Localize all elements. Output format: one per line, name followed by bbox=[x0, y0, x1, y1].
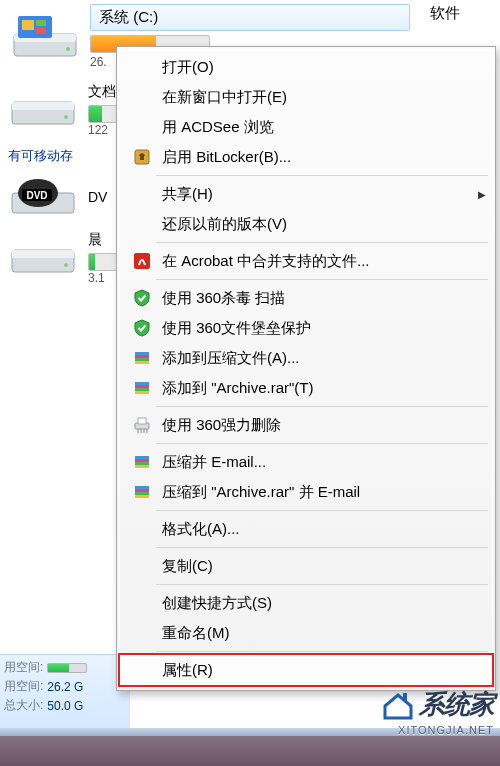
menu-item[interactable]: 使用 360杀毒 扫描 bbox=[120, 283, 492, 313]
menu-item[interactable]: 使用 360强力删除 bbox=[120, 410, 492, 440]
drive-sub: 3.1 bbox=[88, 271, 118, 285]
svg-rect-16 bbox=[12, 250, 74, 258]
menu-item[interactable]: 格式化(A)... bbox=[120, 514, 492, 544]
svg-rect-27 bbox=[135, 382, 149, 385]
svg-rect-30 bbox=[135, 391, 149, 394]
menu-item[interactable]: 添加到 "Archive.rar"(T) bbox=[120, 373, 492, 403]
blank-icon bbox=[128, 622, 156, 644]
svg-rect-47 bbox=[403, 693, 407, 701]
svg-rect-41 bbox=[135, 465, 149, 468]
svg-rect-25 bbox=[135, 361, 149, 364]
svg-rect-44 bbox=[135, 489, 149, 492]
drive-name: DV bbox=[88, 189, 107, 205]
menu-item-label: 在 Acrobat 中合并支持的文件... bbox=[156, 252, 370, 271]
svg-rect-32 bbox=[138, 418, 146, 424]
svg-point-17 bbox=[64, 263, 68, 267]
menu-item[interactable]: 压缩并 E-mail... bbox=[120, 447, 492, 477]
svg-rect-40 bbox=[135, 462, 149, 465]
svg-rect-22 bbox=[135, 352, 149, 355]
shield-green-icon bbox=[128, 317, 156, 339]
submenu-arrow-icon: ▶ bbox=[478, 189, 486, 200]
menu-separator bbox=[156, 443, 488, 444]
hdd-icon bbox=[8, 88, 78, 132]
menu-item[interactable]: 在 Acrobat 中合并支持的文件... bbox=[120, 246, 492, 276]
menu-item-label: 压缩并 E-mail... bbox=[156, 453, 266, 472]
drive-icon bbox=[10, 12, 80, 62]
menu-item-label: 属性(R) bbox=[156, 661, 213, 680]
menu-item-label: 创建快捷方式(S) bbox=[156, 594, 272, 613]
menu-item[interactable]: 添加到压缩文件(A)... bbox=[120, 343, 492, 373]
bitlocker-icon bbox=[128, 146, 156, 168]
capacity-bar bbox=[88, 253, 118, 271]
svg-text:DVD: DVD bbox=[26, 190, 47, 201]
svg-point-9 bbox=[64, 115, 68, 119]
blank-icon bbox=[128, 86, 156, 108]
drive-name: 晨 bbox=[88, 231, 118, 249]
menu-separator bbox=[156, 510, 488, 511]
menu-item[interactable]: 共享(H)▶ bbox=[120, 179, 492, 209]
svg-rect-5 bbox=[36, 20, 46, 26]
svg-rect-24 bbox=[135, 358, 149, 361]
menu-item[interactable]: 在新窗口中打开(E) bbox=[120, 82, 492, 112]
status-value: 50.0 G bbox=[47, 699, 83, 713]
svg-rect-29 bbox=[135, 388, 149, 391]
svg-rect-46 bbox=[135, 495, 149, 498]
blank-icon bbox=[128, 555, 156, 577]
dvd-icon: DVD bbox=[8, 175, 78, 219]
status-bar: 用空间: 用空间: 26.2 G 总大小: 50.0 G bbox=[0, 654, 130, 728]
menu-item-label: 使用 360强力删除 bbox=[156, 416, 281, 435]
svg-rect-38 bbox=[135, 456, 149, 459]
watermark: 系统家 XITONGJIA.NET bbox=[381, 687, 494, 722]
winrar-icon bbox=[128, 377, 156, 399]
winrar-icon bbox=[128, 451, 156, 473]
menu-item-label: 在新窗口中打开(E) bbox=[156, 88, 287, 107]
menu-separator bbox=[156, 279, 488, 280]
menu-item-label: 重命名(M) bbox=[156, 624, 230, 643]
menu-item-label: 添加到压缩文件(A)... bbox=[156, 349, 300, 368]
menu-item[interactable]: 启用 BitLocker(B)... bbox=[120, 142, 492, 172]
status-value: 26.2 G bbox=[47, 680, 83, 694]
menu-item[interactable]: 创建快捷方式(S) bbox=[120, 588, 492, 618]
drive-title: 系统 (C:) bbox=[90, 4, 410, 31]
menu-separator bbox=[156, 242, 488, 243]
menu-separator bbox=[156, 406, 488, 407]
blank-icon bbox=[128, 592, 156, 614]
svg-rect-23 bbox=[135, 355, 149, 358]
mini-capacity-bar bbox=[47, 663, 87, 673]
blank-icon bbox=[128, 116, 156, 138]
menu-item-label: 用 ACDSee 浏览 bbox=[156, 118, 274, 137]
blank-icon bbox=[128, 213, 156, 235]
status-label: 用空间: bbox=[4, 659, 43, 676]
winrar-icon bbox=[128, 481, 156, 503]
svg-point-2 bbox=[66, 47, 70, 51]
menu-item-label: 启用 BitLocker(B)... bbox=[156, 148, 291, 167]
acrobat-icon bbox=[128, 250, 156, 272]
menu-item-label: 复制(C) bbox=[156, 557, 213, 576]
menu-item-label: 打开(O) bbox=[156, 58, 214, 77]
svg-rect-6 bbox=[36, 28, 46, 34]
drive-sub: 122 bbox=[88, 123, 118, 137]
menu-item-label: 使用 360杀毒 扫描 bbox=[156, 289, 285, 308]
svg-rect-39 bbox=[135, 459, 149, 462]
blank-icon bbox=[128, 183, 156, 205]
menu-item[interactable]: 用 ACDSee 浏览 bbox=[120, 112, 492, 142]
shield-green-icon bbox=[128, 287, 156, 309]
menu-separator bbox=[156, 584, 488, 585]
svg-rect-45 bbox=[135, 492, 149, 495]
menu-item[interactable]: 使用 360文件堡垒保护 bbox=[120, 313, 492, 343]
menu-separator bbox=[156, 175, 488, 176]
context-menu: 打开(O)在新窗口中打开(E)用 ACDSee 浏览启用 BitLocker(B… bbox=[116, 46, 496, 691]
menu-item[interactable]: 还原以前的版本(V) bbox=[120, 209, 492, 239]
drive-name: 文档 bbox=[88, 83, 118, 101]
menu-item-label: 添加到 "Archive.rar"(T) bbox=[156, 379, 314, 398]
status-label: 用空间: bbox=[4, 678, 43, 695]
blank-icon bbox=[128, 659, 156, 681]
menu-item[interactable]: 压缩到 "Archive.rar" 并 E-mail bbox=[120, 477, 492, 507]
blank-icon bbox=[128, 518, 156, 540]
menu-item[interactable]: 重命名(M) bbox=[120, 618, 492, 648]
menu-item[interactable]: 复制(C) bbox=[120, 551, 492, 581]
menu-item[interactable]: 属性(R) bbox=[120, 655, 492, 685]
svg-rect-28 bbox=[135, 385, 149, 388]
status-label: 总大小: bbox=[4, 697, 43, 714]
menu-item[interactable]: 打开(O) bbox=[120, 52, 492, 82]
